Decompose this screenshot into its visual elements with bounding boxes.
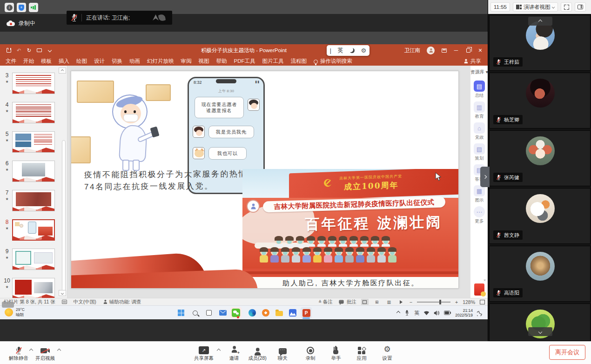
slide-sorter-button[interactable]: ⊞ [373, 299, 381, 305]
thumbnail-slide-7[interactable]: 7★ [0, 189, 67, 212]
ime-lang-label[interactable]: 英 [337, 47, 343, 54]
raise-hand-button[interactable]: 举手 [322, 344, 350, 362]
powerpoint-taskbar-icon[interactable]: P [301, 307, 312, 318]
customize-qat-icon[interactable] [47, 47, 53, 54]
account-name[interactable]: 卫江南 [404, 47, 421, 54]
view-mode-selector[interactable]: 演讲者视图 [513, 2, 558, 12]
fit-to-window-icon[interactable] [480, 300, 485, 304]
overlay-handle[interactable] [2, 302, 14, 308]
tab-transitions[interactable]: 切换 [112, 58, 122, 65]
notes-state-icon[interactable] [62, 300, 67, 304]
share-button[interactable]: 共享 [463, 58, 481, 65]
thumbnail-slide-5[interactable]: 5★ [0, 131, 67, 153]
restore-button[interactable] [465, 47, 471, 53]
zoom-out-button[interactable]: − [410, 299, 412, 305]
zoom-slider[interactable] [417, 302, 450, 303]
thumbnail-slide-10[interactable]: 10★ [0, 277, 67, 300]
save-icon[interactable] [6, 47, 12, 54]
clock-widget[interactable]: 21:142022/5/19 [455, 308, 473, 317]
thumbnail-slide-6[interactable]: 6★ [0, 160, 67, 182]
tell-me-search[interactable]: 操作说明搜索 [314, 58, 352, 65]
search-button[interactable] [189, 307, 201, 318]
participants-scroll-down[interactable] [528, 327, 552, 336]
redo-refresh-icon[interactable]: ↻ [26, 47, 32, 54]
normal-view-button[interactable] [361, 299, 369, 305]
leave-meeting-button[interactable]: 离开会议 [549, 345, 585, 360]
account-avatar[interactable] [427, 47, 435, 54]
tab-pdf-tools[interactable]: PDF工具 [234, 58, 255, 65]
resource-item-planning[interactable]: ▧策划 [470, 143, 488, 162]
slideshow-icon[interactable] [36, 47, 42, 54]
night-mode-icon[interactable] [477, 310, 483, 316]
edge-browser-icon[interactable] [247, 307, 258, 318]
close-promo-icon[interactable]: × [484, 278, 486, 283]
thumbnail-slide-8-selected[interactable]: 8★ [0, 219, 67, 241]
wifi-icon[interactable] [423, 310, 430, 316]
tab-templates[interactable]: 模板 [41, 58, 52, 65]
reading-view-button[interactable]: ▥ [385, 299, 393, 305]
thumbnail-slide-4[interactable]: 4★ [0, 101, 67, 124]
browser-icon[interactable] [260, 307, 271, 318]
start-video-button[interactable]: 开启视频 [31, 344, 60, 362]
resource-item-summary[interactable]: ▤总结 [470, 81, 488, 99]
apps-button[interactable]: 应用 [347, 344, 376, 362]
ime-gear-icon[interactable]: ⚙ [361, 47, 367, 54]
tab-design[interactable]: 设计 [94, 58, 105, 65]
network-signal-icon[interactable] [29, 3, 38, 12]
mail-app-icon[interactable] [217, 307, 228, 318]
minimize-button[interactable]: ─ [453, 47, 459, 53]
zoom-in-button[interactable]: + [455, 299, 458, 305]
participant-tile[interactable]: 高语阳 [489, 246, 591, 302]
tab-review[interactable]: 审阅 [181, 58, 192, 65]
participant-tile[interactable]: 茜文静 [489, 188, 591, 244]
layout-toggle-button[interactable] [575, 2, 586, 12]
ribbon-display-icon[interactable] [441, 47, 447, 53]
share-screen-button[interactable]: ↗ 共享屏幕 [189, 344, 218, 362]
record-button[interactable]: 录制 [296, 344, 325, 362]
file-explorer-icon[interactable] [274, 307, 285, 318]
tab-flowchart[interactable]: 流程图 [291, 58, 307, 65]
thumbnail-scroll-down[interactable] [59, 290, 66, 296]
wechat-app-icon[interactable] [230, 307, 242, 318]
red-envelope-promo[interactable] [474, 283, 484, 296]
sidebar-collapse-handle[interactable] [480, 167, 490, 187]
settings-button[interactable]: ⚙ 设置 [373, 344, 402, 362]
zoom-level[interactable]: 128% [463, 299, 475, 305]
slideshow-view-button[interactable] [397, 299, 405, 305]
undo-icon[interactable]: ↶ [16, 47, 22, 54]
tray-ime-label[interactable]: 英 [414, 310, 419, 317]
battery-icon[interactable] [444, 310, 451, 315]
thumbnail-scroll-up[interactable] [59, 67, 66, 74]
participant-tile[interactable]: 杨芝卿 [489, 73, 591, 128]
members-button[interactable]: 成员(28) [243, 344, 272, 362]
accessibility-status[interactable]: 辅助功能: 调查 [103, 299, 141, 305]
resource-header[interactable]: 资源库 ▾ [470, 69, 488, 75]
resource-item-party[interactable]: ⌂党政 [470, 122, 488, 141]
tab-home[interactable]: 开始 [23, 58, 34, 65]
close-button[interactable]: × [477, 47, 483, 53]
resource-item-diagram[interactable]: ▦图示 [470, 185, 488, 203]
tab-draw[interactable]: 绘图 [76, 58, 87, 65]
tab-animations[interactable]: 动画 [129, 58, 140, 65]
comments-toggle[interactable]: 批注 [337, 299, 356, 305]
tab-insert[interactable]: 插入 [59, 58, 69, 65]
info-icon[interactable]: i [5, 3, 14, 12]
start-button[interactable] [175, 307, 187, 318]
thumbnail-scrollbar[interactable] [62, 140, 66, 294]
unmute-button[interactable]: 解除静音 [4, 344, 33, 362]
language-label[interactable]: 中文(中国) [74, 299, 96, 305]
tab-help[interactable]: 帮助 [216, 58, 227, 65]
resource-item-more[interactable]: ⋯更多 [470, 206, 488, 224]
ime-moon-icon[interactable] [349, 48, 355, 53]
tray-mic-icon[interactable] [405, 310, 409, 316]
thumbnail-slide-9[interactable]: 9★ [0, 248, 67, 270]
fullscreen-button[interactable] [561, 2, 572, 12]
tab-file[interactable]: 文件 [6, 58, 16, 65]
ime-popup[interactable]: | 英 ⚙ [327, 45, 369, 56]
current-slide[interactable]: 8:32 ▮▮ 上午 8:30 现在需要志愿者谁愿意报名 我是党员我先 我也可以 [71, 71, 459, 289]
shield-plus-icon[interactable]: + [17, 3, 26, 12]
speaker-icon[interactable] [434, 310, 440, 316]
participants-scroll-up[interactable] [528, 17, 552, 26]
tab-picture-tools[interactable]: 图片工具 [262, 58, 284, 65]
cloud-class-app-icon[interactable] [287, 307, 298, 318]
